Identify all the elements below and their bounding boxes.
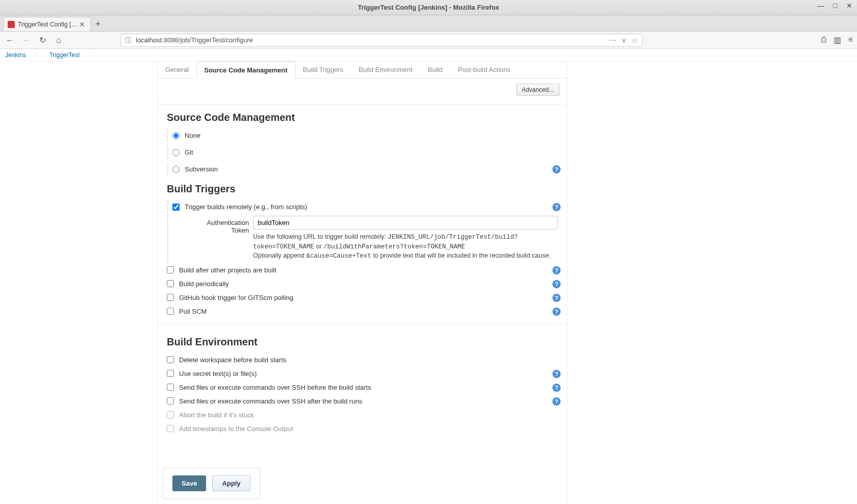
trigger-periodically-row[interactable]: Build periodically ? [158, 277, 567, 291]
browser-tabstrip: TriggerTest Config [Jenki ✕ + [0, 15, 857, 32]
checkbox-delete-workspace[interactable] [167, 356, 174, 363]
library-icon[interactable]: ⎙ [821, 35, 826, 45]
trigger-help-text: Use the following URL to trigger build r… [253, 233, 558, 261]
help-icon[interactable]: ? [552, 294, 561, 302]
advanced-button[interactable]: Advanced... [516, 84, 560, 96]
window-title: TriggerTest Config [Jenkins] - Mozilla F… [358, 4, 499, 11]
radio-none[interactable] [172, 132, 180, 139]
checkbox-secret-text[interactable] [167, 370, 174, 377]
help-icon[interactable]: ? [552, 165, 561, 173]
checkbox-ssh-before[interactable] [167, 384, 174, 391]
checkbox-label: Build periodically [179, 280, 229, 288]
close-window-icon[interactable]: ✕ [846, 2, 853, 9]
jenkins-favicon-icon [8, 21, 15, 28]
checkbox-poll-scm[interactable] [167, 308, 174, 315]
checkbox-label: Delete workspace before build starts [179, 356, 286, 364]
checkbox-label: Send files or execute commands over SSH … [179, 384, 371, 391]
env-secret-text-row[interactable]: Use secret text(s) or file(s) ? [158, 367, 567, 381]
home-icon[interactable]: ⌂ [53, 35, 64, 46]
trigger-build-after-row[interactable]: Build after other projects are built ? [158, 263, 567, 277]
help-icon[interactable]: ? [552, 370, 561, 378]
tab-post-build-actions[interactable]: Post-build Actions [450, 61, 518, 78]
help-icon[interactable]: ? [552, 203, 561, 211]
browser-tab[interactable]: TriggerTest Config [Jenki ✕ [3, 17, 91, 31]
checkbox-label: Send files or execute commands over SSH … [179, 397, 362, 405]
auth-token-label: Authentication Token [189, 216, 249, 234]
reload-icon[interactable]: ↻ [37, 35, 48, 46]
checkbox-trigger-remote[interactable] [172, 204, 180, 211]
sidebar-icon[interactable]: ▥ [834, 35, 841, 45]
checkbox-label: Poll SCM [179, 308, 207, 315]
env-abort-stuck-row[interactable]: Abort the build if it's stuck [158, 408, 567, 422]
minimize-icon[interactable]: — [817, 2, 824, 9]
more-icon[interactable]: ⋯ [609, 36, 616, 44]
url-bar[interactable]: ⓘ localhost:8088/job/TriggerTest/configu… [120, 34, 643, 47]
info-icon[interactable]: ⓘ [125, 36, 132, 45]
chevron-right-icon: 〉 [89, 52, 94, 59]
section-heading-triggers: Build Triggers [158, 176, 567, 200]
env-delete-workspace-row[interactable]: Delete workspace before build starts [158, 353, 567, 367]
checkbox-label: Use secret text(s) or file(s) [179, 370, 257, 377]
checkbox-label: Build after other projects are built [179, 266, 276, 274]
config-tabs: General Source Code Management Build Tri… [158, 61, 567, 79]
help-icon[interactable]: ? [552, 266, 561, 274]
radio-label: Subversion [185, 165, 218, 173]
auth-token-row: Authentication Token Use the following U… [168, 214, 567, 263]
section-heading-scm: Source Code Management [158, 105, 567, 129]
checkbox-timestamps[interactable] [167, 425, 174, 432]
checkbox-label: Trigger builds remotely (e.g., from scri… [185, 203, 307, 211]
new-tab-button[interactable]: + [91, 17, 105, 31]
window-titlebar: TriggerTest Config [Jenkins] - Mozilla F… [0, 0, 857, 15]
scm-option-none[interactable]: None [168, 129, 567, 142]
checkbox-label: Add timestamps to the Console Output [179, 425, 293, 433]
breadcrumb: Jenkins 〉 TriggerTest 〉 [0, 49, 857, 61]
maximize-icon[interactable]: □ [831, 2, 839, 9]
radio-label: None [185, 132, 200, 139]
help-icon[interactable]: ? [552, 397, 561, 406]
checkbox-periodically[interactable] [167, 280, 174, 287]
pocket-icon[interactable]: ⋎ [621, 36, 626, 44]
auth-token-input[interactable] [253, 216, 558, 230]
radio-git[interactable] [172, 149, 180, 156]
help-icon[interactable]: ? [552, 308, 561, 316]
checkbox-github-hook[interactable] [167, 294, 174, 301]
checkbox-label: Abort the build if it's stuck [179, 411, 254, 419]
tab-source-code-management[interactable]: Source Code Management [196, 61, 295, 79]
checkbox-ssh-after[interactable] [167, 397, 174, 405]
forward-icon[interactable]: → [20, 35, 32, 46]
env-ssh-after-row[interactable]: Send files or execute commands over SSH … [158, 394, 567, 408]
scm-option-subversion[interactable]: Subversion ? [168, 162, 567, 176]
radio-subversion[interactable] [172, 166, 180, 173]
bookmark-star-icon[interactable]: ☆ [632, 36, 638, 44]
breadcrumb-item[interactable]: TriggerTest [49, 52, 80, 59]
url-text: localhost:8088/job/TriggerTest/configure [136, 36, 605, 44]
browser-tab-title: TriggerTest Config [Jenki [18, 21, 78, 28]
trigger-github-hook-row[interactable]: GitHub hook trigger for GITScm polling ? [158, 291, 567, 305]
trigger-poll-scm-row[interactable]: Poll SCM ? [158, 305, 567, 318]
browser-navbar: ← → ↻ ⌂ ⓘ localhost:8088/job/TriggerTest… [0, 32, 857, 49]
checkbox-abort-stuck[interactable] [167, 411, 174, 418]
save-button[interactable]: Save [172, 475, 206, 491]
sticky-action-bar: Save Apply [163, 468, 260, 499]
section-heading-env: Build Environment [158, 329, 567, 353]
tab-build-triggers[interactable]: Build Triggers [295, 61, 351, 78]
tab-general[interactable]: General [158, 61, 196, 78]
help-icon[interactable]: ? [552, 280, 561, 288]
close-tab-icon[interactable]: ✕ [78, 20, 86, 29]
env-timestamps-row[interactable]: Add timestamps to the Console Output [158, 422, 567, 436]
back-icon[interactable]: ← [4, 35, 15, 46]
tab-build-environment[interactable]: Build Environment [351, 61, 420, 78]
help-icon[interactable]: ? [552, 384, 561, 392]
radio-label: Git [185, 148, 193, 156]
hamburger-menu-icon[interactable]: ≡ [848, 35, 853, 45]
tab-build[interactable]: Build [420, 61, 450, 78]
config-form: General Source Code Management Build Tri… [157, 61, 567, 504]
scm-option-git[interactable]: Git [168, 145, 567, 159]
env-ssh-before-row[interactable]: Send files or execute commands over SSH … [158, 381, 567, 394]
checkbox-label: GitHub hook trigger for GITScm polling [179, 294, 293, 301]
apply-button[interactable]: Apply [212, 475, 250, 491]
chevron-right-icon: 〉 [35, 52, 40, 59]
checkbox-build-after[interactable] [167, 266, 174, 273]
breadcrumb-item[interactable]: Jenkins [5, 52, 26, 59]
trigger-remote-row[interactable]: Trigger builds remotely (e.g., from scri… [168, 200, 567, 214]
